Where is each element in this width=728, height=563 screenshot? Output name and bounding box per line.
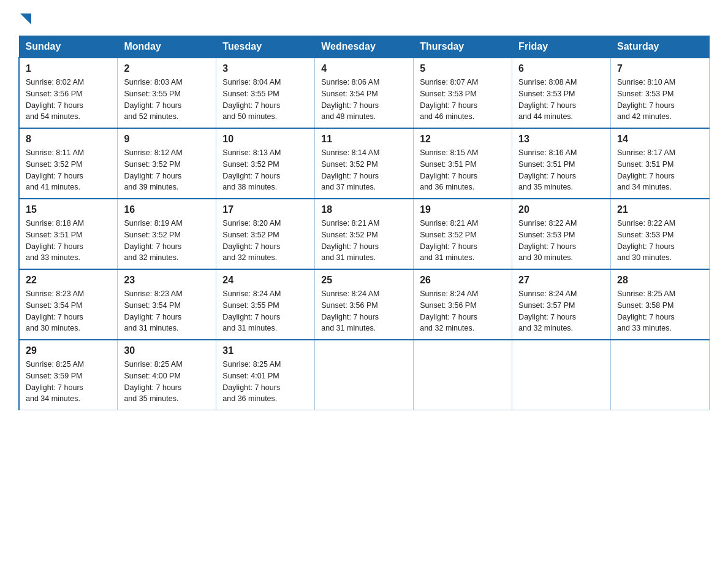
calendar-cell: 18 Sunrise: 8:21 AM Sunset: 3:52 PM Dayl… bbox=[315, 199, 414, 269]
calendar-table: Sunday Monday Tuesday Wednesday Thursday… bbox=[18, 36, 710, 410]
day-number: 1 bbox=[26, 63, 111, 74]
calendar-week-row: 15 Sunrise: 8:18 AM Sunset: 3:51 PM Dayl… bbox=[19, 199, 710, 269]
calendar-cell: 27 Sunrise: 8:24 AM Sunset: 3:57 PM Dayl… bbox=[512, 269, 611, 340]
day-number: 22 bbox=[26, 275, 111, 286]
day-info: Sunrise: 8:17 AM Sunset: 3:51 PM Dayligh… bbox=[617, 148, 675, 191]
day-number: 24 bbox=[222, 275, 308, 286]
day-info: Sunrise: 8:25 AM Sunset: 4:01 PM Dayligh… bbox=[222, 360, 281, 403]
calendar-week-row: 29 Sunrise: 8:25 AM Sunset: 3:59 PM Dayl… bbox=[19, 340, 710, 410]
day-info: Sunrise: 8:22 AM Sunset: 3:53 PM Dayligh… bbox=[518, 219, 577, 262]
calendar-cell: 6 Sunrise: 8:08 AM Sunset: 3:53 PM Dayli… bbox=[512, 58, 611, 128]
calendar-cell: 7 Sunrise: 8:10 AM Sunset: 3:53 PM Dayli… bbox=[611, 58, 710, 128]
day-number: 11 bbox=[321, 134, 407, 145]
day-info: Sunrise: 8:03 AM Sunset: 3:55 PM Dayligh… bbox=[124, 78, 182, 121]
day-info: Sunrise: 8:21 AM Sunset: 3:52 PM Dayligh… bbox=[420, 219, 478, 262]
day-info: Sunrise: 8:21 AM Sunset: 3:52 PM Dayligh… bbox=[321, 219, 379, 262]
day-info: Sunrise: 8:20 AM Sunset: 3:52 PM Dayligh… bbox=[222, 219, 281, 262]
day-info: Sunrise: 8:12 AM Sunset: 3:52 PM Dayligh… bbox=[124, 148, 182, 191]
day-info: Sunrise: 8:13 AM Sunset: 3:52 PM Dayligh… bbox=[222, 148, 281, 191]
calendar-cell bbox=[414, 340, 512, 410]
day-number: 15 bbox=[26, 204, 111, 215]
day-info: Sunrise: 8:25 AM Sunset: 3:59 PM Dayligh… bbox=[26, 360, 84, 403]
calendar-cell: 2 Sunrise: 8:03 AM Sunset: 3:55 PM Dayli… bbox=[118, 58, 216, 128]
day-info: Sunrise: 8:04 AM Sunset: 3:55 PM Dayligh… bbox=[222, 78, 281, 121]
calendar-cell: 26 Sunrise: 8:24 AM Sunset: 3:56 PM Dayl… bbox=[414, 269, 512, 340]
day-info: Sunrise: 8:06 AM Sunset: 3:54 PM Dayligh… bbox=[321, 78, 379, 121]
calendar-cell: 10 Sunrise: 8:13 AM Sunset: 3:52 PM Dayl… bbox=[216, 128, 315, 199]
day-number: 30 bbox=[124, 345, 210, 356]
calendar-cell: 15 Sunrise: 8:18 AM Sunset: 3:51 PM Dayl… bbox=[19, 199, 118, 269]
day-info: Sunrise: 8:08 AM Sunset: 3:53 PM Dayligh… bbox=[518, 78, 577, 121]
day-number: 2 bbox=[124, 63, 210, 74]
day-info: Sunrise: 8:19 AM Sunset: 3:52 PM Dayligh… bbox=[124, 219, 182, 262]
header-tuesday: Tuesday bbox=[216, 36, 315, 58]
day-info: Sunrise: 8:25 AM Sunset: 3:58 PM Dayligh… bbox=[617, 289, 675, 332]
day-number: 14 bbox=[617, 134, 703, 145]
calendar-cell: 29 Sunrise: 8:25 AM Sunset: 3:59 PM Dayl… bbox=[19, 340, 118, 410]
day-number: 13 bbox=[518, 134, 604, 145]
calendar-cell: 3 Sunrise: 8:04 AM Sunset: 3:55 PM Dayli… bbox=[216, 58, 315, 128]
day-number: 31 bbox=[222, 345, 308, 356]
logo-arrow-icon bbox=[20, 13, 31, 27]
calendar-cell: 9 Sunrise: 8:12 AM Sunset: 3:52 PM Dayli… bbox=[118, 128, 216, 199]
day-info: Sunrise: 8:22 AM Sunset: 3:53 PM Dayligh… bbox=[617, 219, 675, 262]
calendar-cell bbox=[512, 340, 611, 410]
calendar-cell: 23 Sunrise: 8:23 AM Sunset: 3:54 PM Dayl… bbox=[118, 269, 216, 340]
calendar-cell bbox=[611, 340, 710, 410]
day-number: 19 bbox=[420, 204, 506, 215]
day-number: 27 bbox=[518, 275, 604, 286]
day-info: Sunrise: 8:23 AM Sunset: 3:54 PM Dayligh… bbox=[26, 289, 84, 332]
day-number: 29 bbox=[26, 345, 111, 356]
day-info: Sunrise: 8:11 AM Sunset: 3:52 PM Dayligh… bbox=[26, 148, 84, 191]
calendar-cell: 24 Sunrise: 8:24 AM Sunset: 3:55 PM Dayl… bbox=[216, 269, 315, 340]
day-info: Sunrise: 8:18 AM Sunset: 3:51 PM Dayligh… bbox=[26, 219, 84, 262]
day-info: Sunrise: 8:02 AM Sunset: 3:56 PM Dayligh… bbox=[26, 78, 84, 121]
calendar-cell: 4 Sunrise: 8:06 AM Sunset: 3:54 PM Dayli… bbox=[315, 58, 414, 128]
calendar-week-row: 1 Sunrise: 8:02 AM Sunset: 3:56 PM Dayli… bbox=[19, 58, 710, 128]
calendar-cell: 8 Sunrise: 8:11 AM Sunset: 3:52 PM Dayli… bbox=[19, 128, 118, 199]
calendar-cell: 16 Sunrise: 8:19 AM Sunset: 3:52 PM Dayl… bbox=[118, 199, 216, 269]
day-number: 16 bbox=[124, 204, 210, 215]
calendar-cell: 19 Sunrise: 8:21 AM Sunset: 3:52 PM Dayl… bbox=[414, 199, 512, 269]
day-number: 7 bbox=[617, 63, 703, 74]
day-number: 28 bbox=[617, 275, 703, 286]
header-friday: Friday bbox=[512, 36, 611, 58]
day-info: Sunrise: 8:24 AM Sunset: 3:55 PM Dayligh… bbox=[222, 289, 281, 332]
day-number: 9 bbox=[124, 134, 210, 145]
day-number: 18 bbox=[321, 204, 407, 215]
day-number: 25 bbox=[321, 275, 407, 286]
day-number: 26 bbox=[420, 275, 506, 286]
calendar-cell: 30 Sunrise: 8:25 AM Sunset: 4:00 PM Dayl… bbox=[118, 340, 216, 410]
day-info: Sunrise: 8:23 AM Sunset: 3:54 PM Dayligh… bbox=[124, 289, 182, 332]
day-info: Sunrise: 8:14 AM Sunset: 3:52 PM Dayligh… bbox=[321, 148, 379, 191]
day-info: Sunrise: 8:24 AM Sunset: 3:56 PM Dayligh… bbox=[420, 289, 478, 332]
day-info: Sunrise: 8:15 AM Sunset: 3:51 PM Dayligh… bbox=[420, 148, 478, 191]
page-header bbox=[18, 12, 710, 26]
day-number: 5 bbox=[420, 63, 506, 74]
calendar-cell: 12 Sunrise: 8:15 AM Sunset: 3:51 PM Dayl… bbox=[414, 128, 512, 199]
calendar-week-row: 8 Sunrise: 8:11 AM Sunset: 3:52 PM Dayli… bbox=[19, 128, 710, 199]
header-wednesday: Wednesday bbox=[315, 36, 414, 58]
header-sunday: Sunday bbox=[19, 36, 118, 58]
calendar-cell: 31 Sunrise: 8:25 AM Sunset: 4:01 PM Dayl… bbox=[216, 340, 315, 410]
day-number: 20 bbox=[518, 204, 604, 215]
header-saturday: Saturday bbox=[611, 36, 710, 58]
calendar-cell: 20 Sunrise: 8:22 AM Sunset: 3:53 PM Dayl… bbox=[512, 199, 611, 269]
calendar-cell: 5 Sunrise: 8:07 AM Sunset: 3:53 PM Dayli… bbox=[414, 58, 512, 128]
calendar-cell: 1 Sunrise: 8:02 AM Sunset: 3:56 PM Dayli… bbox=[19, 58, 118, 128]
day-info: Sunrise: 8:25 AM Sunset: 4:00 PM Dayligh… bbox=[124, 360, 182, 403]
day-info: Sunrise: 8:10 AM Sunset: 3:53 PM Dayligh… bbox=[617, 78, 675, 121]
day-number: 21 bbox=[617, 204, 703, 215]
day-number: 8 bbox=[26, 134, 111, 145]
calendar-cell: 21 Sunrise: 8:22 AM Sunset: 3:53 PM Dayl… bbox=[611, 199, 710, 269]
calendar-cell: 11 Sunrise: 8:14 AM Sunset: 3:52 PM Dayl… bbox=[315, 128, 414, 199]
day-number: 6 bbox=[518, 63, 604, 74]
day-info: Sunrise: 8:24 AM Sunset: 3:57 PM Dayligh… bbox=[518, 289, 577, 332]
calendar-week-row: 22 Sunrise: 8:23 AM Sunset: 3:54 PM Dayl… bbox=[19, 269, 710, 340]
calendar-cell: 17 Sunrise: 8:20 AM Sunset: 3:52 PM Dayl… bbox=[216, 199, 315, 269]
calendar-cell: 13 Sunrise: 8:16 AM Sunset: 3:51 PM Dayl… bbox=[512, 128, 611, 199]
day-number: 4 bbox=[321, 63, 407, 74]
day-number: 10 bbox=[222, 134, 308, 145]
calendar-cell bbox=[315, 340, 414, 410]
calendar-cell: 14 Sunrise: 8:17 AM Sunset: 3:51 PM Dayl… bbox=[611, 128, 710, 199]
